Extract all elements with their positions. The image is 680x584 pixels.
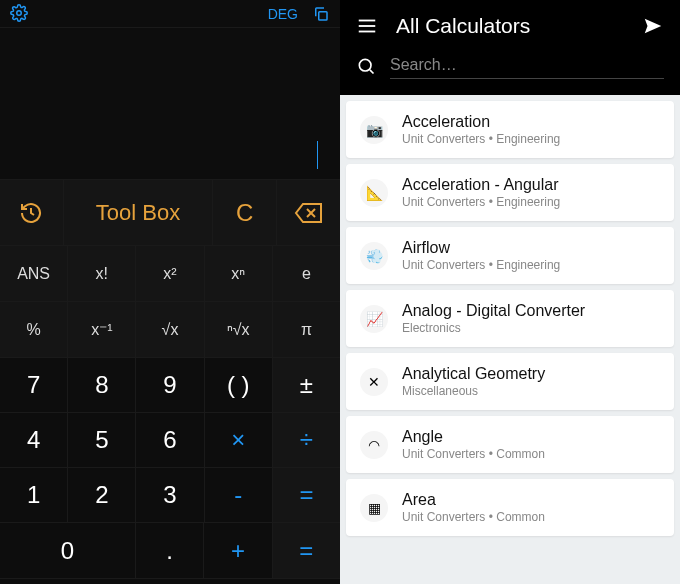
calculator-list-panel: All Calculators 📷AccelerationUnit Conver… [340, 0, 680, 584]
item-body: Acceleration - AngularUnit Converters • … [402, 176, 660, 209]
key-1[interactable]: 1 [0, 468, 68, 523]
list-item[interactable]: 📈Analog - Digital ConverterElectronics [346, 290, 674, 347]
item-title: Acceleration - Angular [402, 176, 660, 194]
clear-button[interactable]: C [213, 180, 277, 246]
item-body: Analytical GeometryMiscellaneous [402, 365, 660, 398]
list-item[interactable]: ◠AngleUnit Converters • Common [346, 416, 674, 473]
item-title: Angle [402, 428, 660, 446]
fn-key-x[interactable]: x! [68, 246, 136, 302]
key-2[interactable]: 2 [68, 468, 136, 523]
fn-key-x[interactable]: ⁿ√x [205, 302, 273, 358]
fn-row: %x⁻¹√xⁿ√xπ [0, 302, 340, 358]
item-icon: 💨 [360, 242, 388, 270]
list-item[interactable]: 📐Acceleration - AngularUnit Converters •… [346, 164, 674, 221]
item-subtitle: Miscellaneous [402, 384, 660, 398]
item-body: AccelerationUnit Converters • Engineerin… [402, 113, 660, 146]
history-button[interactable] [0, 180, 64, 246]
fn-key-x[interactable]: √x [136, 302, 204, 358]
svg-line-8 [370, 69, 374, 73]
fn-row: ANSx!x²xⁿe [0, 246, 340, 302]
gear-icon[interactable] [10, 4, 28, 22]
num-row: 456×÷ [0, 413, 340, 468]
key-9[interactable]: 9 [136, 358, 204, 413]
item-icon: 📈 [360, 305, 388, 333]
key-dot[interactable]: . [136, 523, 204, 579]
item-icon: 📷 [360, 116, 388, 144]
num-row: 123-= [0, 468, 340, 523]
item-icon: 📐 [360, 179, 388, 207]
item-subtitle: Unit Converters • Common [402, 510, 660, 524]
num-row: 789( )± [0, 358, 340, 413]
fn-key-x[interactable]: xⁿ [205, 246, 273, 302]
list-item[interactable]: ▦AreaUnit Converters • Common [346, 479, 674, 536]
fn-key-ans[interactable]: ANS [0, 246, 68, 302]
toolbox-row: Tool Box C [0, 180, 340, 246]
key-7[interactable]: 7 [0, 358, 68, 413]
key-[interactable]: ( ) [205, 358, 273, 413]
item-subtitle: Unit Converters • Common [402, 447, 660, 461]
key-8[interactable]: 8 [68, 358, 136, 413]
bottom-row: 0 . + = [0, 523, 340, 579]
share-icon[interactable] [642, 15, 664, 37]
item-subtitle: Unit Converters • Engineering [402, 258, 660, 272]
list-item[interactable]: 💨AirflowUnit Converters • Engineering [346, 227, 674, 284]
item-body: AngleUnit Converters • Common [402, 428, 660, 461]
fn-key-x[interactable]: x² [136, 246, 204, 302]
key-3[interactable]: 3 [136, 468, 204, 523]
svg-point-0 [17, 11, 22, 16]
list-item[interactable]: ✕Analytical GeometryMiscellaneous [346, 353, 674, 410]
key-[interactable]: ± [273, 358, 340, 413]
item-title: Analog - Digital Converter [402, 302, 660, 320]
item-body: AreaUnit Converters • Common [402, 491, 660, 524]
item-subtitle: Unit Converters • Engineering [402, 195, 660, 209]
key-[interactable]: × [205, 413, 273, 468]
search-input[interactable] [390, 52, 664, 79]
item-icon: ◠ [360, 431, 388, 459]
calculator-panel: DEG Tool Box C ANSx!x²xⁿe%x⁻¹√xⁿ√xπ 789(… [0, 0, 340, 584]
svg-rect-1 [319, 11, 327, 19]
toolbox-button[interactable]: Tool Box [64, 180, 213, 246]
fn-key-x[interactable]: x⁻¹ [68, 302, 136, 358]
calculator-display[interactable] [0, 28, 340, 180]
key-equals[interactable]: = [273, 523, 340, 579]
item-title: Acceleration [402, 113, 660, 131]
cursor [317, 141, 318, 169]
backspace-button[interactable] [277, 180, 340, 246]
copy-icon[interactable] [312, 5, 330, 23]
item-icon: ✕ [360, 368, 388, 396]
svg-point-7 [359, 59, 371, 71]
item-body: Analog - Digital ConverterElectronics [402, 302, 660, 335]
key-6[interactable]: 6 [136, 413, 204, 468]
item-title: Analytical Geometry [402, 365, 660, 383]
search-icon [356, 56, 376, 76]
list-item[interactable]: 📷AccelerationUnit Converters • Engineeri… [346, 101, 674, 158]
key-[interactable]: ÷ [273, 413, 340, 468]
page-title: All Calculators [396, 14, 624, 38]
item-icon: ▦ [360, 494, 388, 522]
fn-key-e[interactable]: e [273, 246, 340, 302]
item-body: AirflowUnit Converters • Engineering [402, 239, 660, 272]
key-[interactable]: - [205, 468, 273, 523]
item-subtitle: Electronics [402, 321, 660, 335]
fn-key-[interactable]: % [0, 302, 68, 358]
item-subtitle: Unit Converters • Engineering [402, 132, 660, 146]
key-0[interactable]: 0 [0, 523, 136, 579]
item-title: Area [402, 491, 660, 509]
key-4[interactable]: 4 [0, 413, 68, 468]
list-header: All Calculators [340, 0, 680, 95]
calculator-topbar: DEG [0, 0, 340, 28]
deg-mode-label[interactable]: DEG [268, 6, 298, 22]
key-5[interactable]: 5 [68, 413, 136, 468]
item-title: Airflow [402, 239, 660, 257]
fn-key-[interactable]: π [273, 302, 340, 358]
key-[interactable]: = [273, 468, 340, 523]
menu-icon[interactable] [356, 15, 378, 37]
key-plus[interactable]: + [204, 523, 272, 579]
calculator-list[interactable]: 📷AccelerationUnit Converters • Engineeri… [340, 95, 680, 584]
